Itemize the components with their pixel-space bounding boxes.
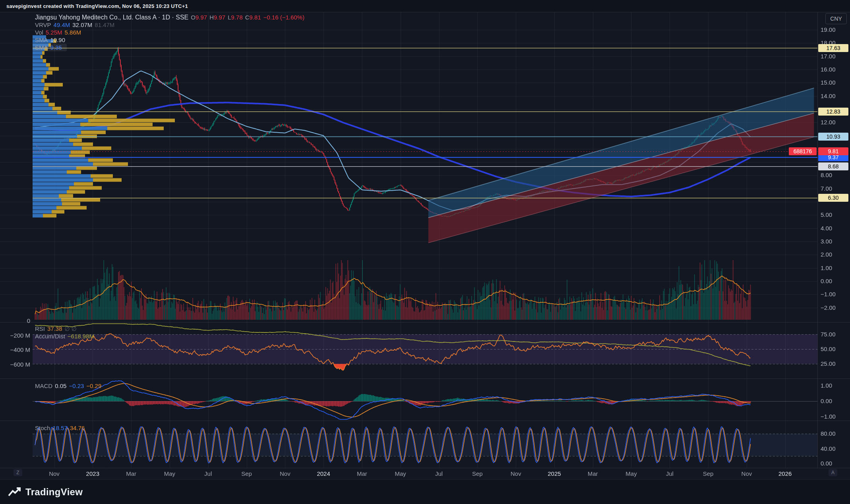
volume-value: 5.25M: [46, 29, 62, 36]
price-axis-label: 16.00: [821, 66, 836, 73]
accdist-legend-row[interactable]: Accum/Dist−618.98M: [35, 332, 97, 340]
price-axis-label: 0.00: [821, 278, 832, 284]
price-axis-label: 5.00: [821, 211, 832, 218]
time-axis-label: 2025: [548, 470, 561, 477]
time-axis-label: 2026: [778, 470, 792, 477]
macd-axis-label: 1.00: [821, 382, 832, 389]
time-axis-label: May: [395, 470, 406, 477]
price-axis-label: 4.00: [821, 225, 832, 232]
sma-slow-legend-row[interactable]: SMA9.35: [33, 44, 67, 51]
last-price-label[interactable]: 9.81: [818, 147, 848, 155]
time-axis[interactable]: [0, 468, 817, 479]
tradingview-chart-screenshot: savepiginvest created with TradingView.c…: [0, 0, 850, 504]
price-axis-label: 12.00: [821, 119, 836, 126]
stoch-axis-label: 80.00: [821, 430, 836, 437]
stoch-legend-row[interactable]: Stoch18.5734.76: [35, 424, 87, 432]
ohlc-high-label: H: [209, 14, 214, 21]
rsi-legend: RSI37.38∅ ∅ Accum/Dist−618.98M: [35, 325, 97, 340]
rsi-label: RSI: [35, 325, 45, 332]
time-axis-label: 2023: [86, 470, 99, 477]
volume-label: Vol: [35, 29, 43, 36]
macd-line-value: −0.23: [69, 382, 84, 389]
time-axis-label: Mar: [357, 470, 367, 477]
ohlc-low-value: 9.78: [231, 14, 243, 21]
rsi-extra: ∅ ∅: [65, 325, 77, 332]
macd-legend: MACD0.05−0.23−0.29: [35, 382, 104, 390]
ohlc-close-label: C: [245, 14, 250, 21]
macd-legend-row[interactable]: MACD0.05−0.23−0.29: [35, 382, 104, 390]
rsi-axis-label: 50.00: [821, 346, 836, 352]
time-axis-label: Sep: [241, 470, 252, 477]
symbol-title-row: Jiangsu Yahong Meditech Co., Ltd. Class …: [35, 14, 307, 21]
stoch-label: Stoch: [35, 425, 50, 431]
auto-scale-chip[interactable]: A: [829, 469, 837, 476]
price-axis-label: 3.00: [821, 238, 832, 245]
time-axis-label: May: [164, 470, 175, 477]
price-level-label[interactable]: 8.68: [818, 162, 848, 170]
price-axis-label: 1.00: [821, 265, 832, 271]
volume-legend-row[interactable]: Vol5.25M5.86M: [35, 29, 307, 36]
macd-signal-value: −0.29: [86, 382, 101, 389]
time-axis-label: Sep: [703, 470, 714, 477]
ohlc-high-value: 9.97: [214, 14, 225, 21]
currency-button[interactable]: CNY: [825, 13, 847, 24]
accdist-axis-label: −400 M: [6, 346, 30, 353]
time-axis-label: Nov: [742, 470, 752, 477]
accdist-axis-label: −200 M: [6, 332, 30, 339]
logo-bar: TradingView: [0, 479, 850, 504]
attribution-text: savepiginvest created with TradingView.c…: [6, 3, 188, 9]
price-axis-label: 2.00: [821, 251, 832, 258]
main-legend: Jiangsu Yahong Meditech Co., Ltd. Class …: [35, 14, 307, 51]
vrvp-label: VRVP: [35, 21, 51, 28]
tradingview-logo-icon[interactable]: [8, 487, 21, 497]
ticker-code-badge: 688176: [789, 147, 817, 155]
rsi-legend-row[interactable]: RSI37.38∅ ∅: [35, 325, 97, 332]
ohlc-low-label: L: [228, 14, 231, 21]
price-axis-label: −2.00: [821, 304, 836, 311]
stoch-axis-label: 0.00: [821, 460, 832, 467]
macd-label: MACD: [35, 382, 52, 389]
time-axis-label: Mar: [126, 470, 136, 477]
time-axis-label: Nov: [280, 470, 290, 477]
sma-fast-legend-row[interactable]: SMA10.90: [35, 36, 307, 44]
price-level-label[interactable]: 6.30: [818, 194, 848, 202]
macd-axis-label: −1.00: [821, 413, 836, 420]
attribution-bar: savepiginvest created with TradingView.c…: [0, 0, 850, 12]
time-axis-label: 2024: [317, 470, 330, 477]
tradingview-logo-text[interactable]: TradingView: [25, 487, 83, 498]
vrvp-value-1: 49.4M: [54, 21, 70, 28]
stoch-axis-label: 40.00: [821, 445, 836, 452]
stoch-legend: Stoch18.5734.76: [35, 424, 87, 432]
price-axis-label: 14.00: [821, 93, 836, 99]
vrvp-legend-row[interactable]: VRVP49.4M32.07M81.47M: [35, 21, 307, 29]
accdist-axis-label: 0: [6, 317, 30, 324]
macd-axis-label: 0.00: [821, 398, 832, 404]
price-level-label[interactable]: 10.93: [818, 133, 848, 141]
accdist-value: −618.98M: [68, 333, 94, 340]
time-axis-label: Sep: [472, 470, 483, 477]
macd-hist-value: 0.05: [55, 382, 66, 389]
chart-canvas[interactable]: [0, 0, 850, 504]
time-axis-label: May: [625, 470, 637, 477]
symbol-title[interactable]: Jiangsu Yahong Meditech Co., Ltd. Class …: [35, 14, 188, 21]
rsi-axis-label: 75.00: [821, 331, 836, 338]
timezone-chip[interactable]: Z: [14, 469, 22, 476]
sma-slow-value: 9.35: [50, 44, 62, 51]
time-axis-label: Jul: [204, 470, 212, 477]
ohlc-close-value: 9.81: [250, 14, 261, 21]
price-level-label[interactable]: 17.63: [818, 44, 848, 52]
time-axis-label: Jul: [666, 470, 674, 477]
ohlc-open-value: 9.97: [196, 14, 207, 21]
vrvp-value-2: 32.07M: [72, 21, 92, 28]
price-axis-label: 15.00: [821, 79, 836, 86]
vrvp-value-3: 81.47M: [95, 21, 114, 28]
rsi-axis-label: 25.00: [821, 360, 836, 367]
ohlc-open-label: O: [191, 14, 196, 21]
volume-ma-value: 5.86M: [65, 29, 81, 36]
time-axis-label: Mar: [588, 470, 598, 477]
price-level-label[interactable]: 12.83: [818, 108, 848, 116]
stoch-d-value: 34.76: [70, 425, 85, 431]
ohlc-change: −0.16 (−1.60%): [263, 14, 304, 21]
price-axis-label: 7.00: [821, 185, 832, 192]
accdist-label: Accum/Dist: [35, 333, 65, 340]
